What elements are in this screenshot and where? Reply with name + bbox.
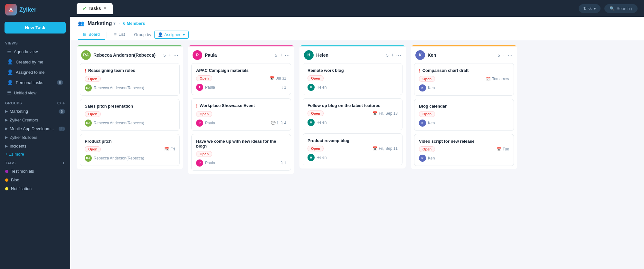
search-box[interactable]: 🔍 Search ( <box>604 4 638 13</box>
col-more-icon[interactable]: ⋯ <box>285 52 290 58</box>
assignee-avatar: H <box>308 119 315 126</box>
search-label: Search ( <box>617 6 632 11</box>
tag-item-notification[interactable]: Notification <box>0 184 70 193</box>
assignee-avatar: H <box>308 84 315 91</box>
tag-item-testimonials[interactable]: Testimonials <box>0 167 70 176</box>
views-section-title: VIEWS <box>0 39 70 46</box>
group-item-incidents[interactable]: ▶ Incidents <box>0 142 70 150</box>
cards-ken: ! Comparison chart draft Open 📅 Tomorrow… <box>411 63 517 169</box>
topbar-right: Task ▾ 🔍 Search ( <box>579 4 638 13</box>
card-reassigning[interactable]: ! Reassigning team roles Open RA Rebecca… <box>80 63 180 96</box>
col-more-icon[interactable]: ⋯ <box>507 52 513 58</box>
project-name[interactable]: Marketing ▾ <box>88 21 115 26</box>
filter-icon[interactable]: ⚙ <box>57 101 61 106</box>
sidebar-item-agenda[interactable]: ☰ Agenda view <box>2 46 68 57</box>
tags-section-title: TAGS + <box>0 158 70 167</box>
mobile-badge: 1 <box>59 127 65 131</box>
card-sales-pitch[interactable]: Sales pitch presentation Open RA Rebecca… <box>80 99 180 131</box>
tab-list[interactable]: ≡ List <box>109 29 130 40</box>
assignee-avatar: H <box>308 154 315 161</box>
date-icon: 📅 <box>486 77 491 81</box>
col-actions-ken: + ⋯ <box>503 52 513 58</box>
subtask-count: ⤵ 1 <box>281 85 286 90</box>
tab-board[interactable]: ⊞ Board <box>78 29 105 40</box>
board: RA Rebecca Anderson(Rebecca) 5 + ⋯ ! Rea… <box>70 40 644 269</box>
tag-dot-blog <box>5 178 8 182</box>
chevron-icon: ▶ <box>5 118 8 122</box>
group-by-select[interactable]: 👤 Assignee ▾ <box>154 31 188 39</box>
card-apac[interactable]: APAC Campaign materials Open 📅 Jul 31 P … <box>191 63 291 95</box>
add-tag-icon[interactable]: + <box>62 160 65 166</box>
topbar: ✓ Tasks ✕ Task ▾ 🔍 Search ( <box>70 0 644 17</box>
groups-header-icons: ⚙ + <box>57 101 65 106</box>
card-follow-up-blog[interactable]: Follow up blog on the latest features Op… <box>303 98 402 130</box>
personal-icon: 👤 <box>7 80 13 85</box>
project-icon: 👥 <box>78 20 84 26</box>
col-more-icon[interactable]: ⋯ <box>173 52 178 58</box>
sidebar-item-created[interactable]: 👤 Created by me <box>2 57 68 67</box>
card-remote-work[interactable]: Remote work blog Open H Helen <box>303 63 402 95</box>
group-item-marketing[interactable]: ▶ Marketing 5 <box>0 107 70 116</box>
logo-area: Zylker <box>0 0 70 19</box>
col-add-icon[interactable]: + <box>168 52 171 58</box>
column-rebecca: RA Rebecca Anderson(Rebecca) 5 + ⋯ ! Rea… <box>77 45 183 169</box>
card-title: Product pitch <box>85 139 175 144</box>
add-group-icon[interactable]: + <box>62 101 65 106</box>
col-actions-rebecca: + ⋯ <box>168 52 178 58</box>
status-badge: Open <box>419 146 435 152</box>
col-add-icon[interactable]: + <box>280 52 283 58</box>
col-count-paula: 5 <box>275 53 277 58</box>
status-badge: Open <box>196 111 212 117</box>
card-assignee: P Paula <box>196 84 215 91</box>
status-badge: Open <box>196 75 212 81</box>
logo-icon <box>5 4 17 15</box>
card-footer: K Ken <box>419 84 509 91</box>
group-item-mobile-app[interactable]: ▶ Mobile App Developm... 1 <box>0 124 70 133</box>
new-task-button[interactable]: New Task <box>5 22 66 34</box>
chevron-icon: ▶ <box>5 144 8 148</box>
tasks-tab[interactable]: ✓ Tasks ✕ <box>77 3 113 14</box>
card-product-revamp[interactable]: Product revamp blog Open 📅 Fri, Sep 11 H… <box>303 133 402 165</box>
task-picker[interactable]: Task ▾ <box>579 4 601 13</box>
column-paula: P Paula 5 + ⋯ APAC Campaign materials Op… <box>188 45 294 174</box>
card-status: Open 📅 Tomorrow <box>419 76 509 82</box>
assignee-avatar: K <box>419 84 426 91</box>
card-footer: RA Rebecca Anderson(Rebecca) <box>85 84 175 91</box>
card-title: Remote work blog <box>308 68 398 73</box>
col-more-icon[interactable]: ⋯ <box>396 52 401 58</box>
col-name-helen: Helen <box>316 53 384 58</box>
sidebar-item-unified[interactable]: ☰ Unified view <box>2 88 68 98</box>
members-badge[interactable]: 6 Members <box>123 21 145 26</box>
col-add-icon[interactable]: + <box>391 52 394 58</box>
tasks-tab-label: Tasks <box>89 6 101 11</box>
group-item-zylker-creators[interactable]: ▶ Zylker Creators <box>0 116 70 124</box>
col-name-ken: Ken <box>428 53 495 58</box>
card-blog-calendar[interactable]: Blog calendar Open K Ken <box>414 99 514 131</box>
card-title: ! Workplace Showcase Event <box>196 103 286 109</box>
sidebar: Zylker New Task VIEWS ☰ Agenda view 👤 Cr… <box>0 0 70 269</box>
col-add-icon[interactable]: + <box>503 52 506 58</box>
status-badge: Open <box>85 111 101 117</box>
group-item-zylker-builders[interactable]: ▶ Zylker Builders <box>0 133 70 142</box>
card-video-script[interactable]: Video script for new release Open 📅 Tue … <box>414 134 514 166</box>
status-badge: Open <box>308 110 324 116</box>
card-product-pitch[interactable]: Product pitch Open 📅 Fri RA Rebecca Ande… <box>80 134 180 166</box>
priority-icon: ! <box>85 68 86 73</box>
sidebar-item-personal[interactable]: 👤 Personal tasks 6 <box>2 77 68 88</box>
more-groups-link[interactable]: + 11 more <box>0 150 70 158</box>
task-picker-label: Task <box>583 6 592 11</box>
card-status: Open <box>85 111 175 117</box>
card-assignee: RA Rebecca Anderson(Rebecca) <box>85 120 144 127</box>
assignee-avatar: P <box>196 159 203 167</box>
card-status: Open <box>85 76 175 82</box>
cards-paula: APAC Campaign materials Open 📅 Jul 31 P … <box>188 63 294 174</box>
card-workplace[interactable]: ! Workplace Showcase Event Open P Paula <box>191 98 291 131</box>
card-footer: K Ken <box>419 155 509 162</box>
tag-item-blog[interactable]: Blog <box>0 176 70 184</box>
card-blog-ideas[interactable]: Have we come up with new ideas for the b… <box>191 134 291 171</box>
tasks-tab-icon: ✓ <box>82 5 87 12</box>
card-comparison-chart[interactable]: ! Comparison chart draft Open 📅 Tomorrow… <box>414 63 514 96</box>
sidebar-item-assigned[interactable]: 👤 Assigned to me <box>2 67 68 77</box>
content-header: 👥 Marketing ▾ · 6 Members ⊞ Board | ≡ Li… <box>70 17 644 40</box>
marketing-badge: 5 <box>59 109 65 114</box>
